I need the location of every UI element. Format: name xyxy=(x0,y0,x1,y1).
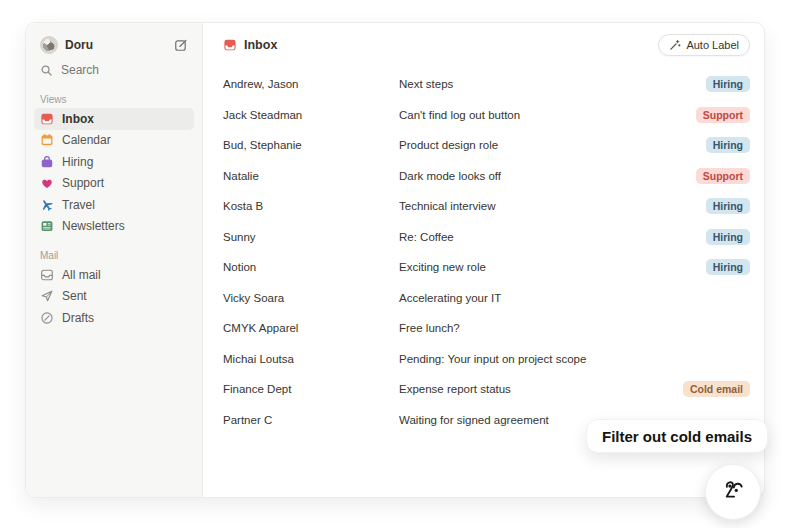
section-label: Mail xyxy=(34,250,194,261)
heart-icon xyxy=(40,176,54,190)
email-sender: Kosta B xyxy=(223,200,399,212)
email-label-badge: Hiring xyxy=(706,198,750,214)
avatar xyxy=(40,36,58,54)
sidebar-item-calendar[interactable]: Calendar xyxy=(34,130,194,152)
auto-label-button[interactable]: Auto Label xyxy=(658,34,750,56)
drafts-icon xyxy=(40,311,54,325)
sidebar-item-label: Travel xyxy=(62,198,95,212)
email-row[interactable]: Vicky SoaraAccelerating your IT xyxy=(203,283,764,314)
email-label-badge: Hiring xyxy=(706,259,750,275)
email-sender: Michai Loutsa xyxy=(223,353,399,365)
search-icon xyxy=(40,64,53,77)
sidebar-item-label: Sent xyxy=(62,289,87,303)
newsletter-icon xyxy=(40,219,54,233)
email-sender: Notion xyxy=(223,261,399,273)
sidebar-item-travel[interactable]: Travel xyxy=(34,194,194,216)
email-label-badge: Hiring xyxy=(706,137,750,153)
email-sender: Partner C xyxy=(223,414,399,426)
email-label-badge: Hiring xyxy=(706,229,750,245)
sidebar-item-drafts[interactable]: Drafts xyxy=(34,307,194,329)
sidebar-item-hiring[interactable]: Hiring xyxy=(34,151,194,173)
email-subject: Exciting new role xyxy=(399,261,706,273)
email-subject: Expense report status xyxy=(399,383,683,395)
briefcase-icon xyxy=(40,155,54,169)
email-row[interactable]: Bud, StephanieProduct design roleHiring xyxy=(203,130,764,161)
email-row[interactable]: NatalieDark mode looks offSupport xyxy=(203,161,764,192)
email-row[interactable]: SunnyRe: CoffeeHiring xyxy=(203,222,764,253)
sidebar-item-label: Support xyxy=(62,176,104,190)
email-sender: Natalie xyxy=(223,170,399,182)
filter-tooltip[interactable]: Filter out cold emails xyxy=(586,419,768,453)
email-row[interactable]: Finance DeptExpense report statusCold em… xyxy=(203,374,764,405)
plane-icon xyxy=(40,198,54,212)
sidebar-item-all-mail[interactable]: All mail xyxy=(34,264,194,286)
email-sender: Sunny xyxy=(223,231,399,243)
email-subject: Can't find log out button xyxy=(399,109,696,121)
sidebar-item-support[interactable]: Support xyxy=(34,173,194,195)
auto-label-label: Auto Label xyxy=(686,39,739,51)
assistant-button[interactable] xyxy=(705,464,761,520)
email-row[interactable]: NotionExciting new roleHiring xyxy=(203,252,764,283)
email-row[interactable]: Andrew, JasonNext stepsHiring xyxy=(203,69,764,100)
email-subject: Dark mode looks off xyxy=(399,170,696,182)
inbox-header: Inbox Auto Label xyxy=(203,23,764,66)
email-sender: Jack Steadman xyxy=(223,109,399,121)
email-label-badge: Cold email xyxy=(683,381,750,397)
sidebar-item-label: Inbox xyxy=(62,112,94,126)
email-subject: Technical interview xyxy=(399,200,706,212)
page-title: Inbox xyxy=(244,38,277,52)
user-menu[interactable]: Doru xyxy=(34,33,194,57)
section-label: Views xyxy=(34,94,194,105)
wand-icon xyxy=(669,39,681,51)
email-subject: Pending: Your input on project scope xyxy=(399,353,750,365)
email-sender: Bud, Stephanie xyxy=(223,139,399,151)
sidebar-item-sent[interactable]: Sent xyxy=(34,286,194,308)
all-mail-icon xyxy=(40,268,54,282)
sidebar-item-label: All mail xyxy=(62,268,101,282)
sidebar-item-label: Hiring xyxy=(62,155,93,169)
email-row[interactable]: Michai LoutsaPending: Your input on proj… xyxy=(203,344,764,375)
sidebar-item-inbox[interactable]: Inbox xyxy=(34,108,194,130)
email-subject: Re: Coffee xyxy=(399,231,706,243)
email-subject: Free lunch? xyxy=(399,322,750,334)
sidebar-item-label: Newsletters xyxy=(62,219,125,233)
sidebar-item-label: Drafts xyxy=(62,311,94,325)
sidebar: Doru Search Views Inbox Calendar Hiring … xyxy=(26,23,203,497)
sidebar-item-label: Calendar xyxy=(62,133,111,147)
calendar-icon xyxy=(40,133,54,147)
search-label: Search xyxy=(61,63,99,77)
sidebar-item-newsletters[interactable]: Newsletters xyxy=(34,216,194,238)
email-subject: Accelerating your IT xyxy=(399,292,750,304)
email-label-badge: Support xyxy=(696,168,750,184)
email-sender: Andrew, Jason xyxy=(223,78,399,90)
email-subject: Product design role xyxy=(399,139,706,151)
email-sender: Vicky Soara xyxy=(223,292,399,304)
email-label-badge: Hiring xyxy=(706,76,750,92)
email-label-badge: Support xyxy=(696,107,750,123)
email-sender: CMYK Apparel xyxy=(223,322,399,334)
email-row[interactable]: Jack SteadmanCan't find log out buttonSu… xyxy=(203,100,764,131)
email-sender: Finance Dept xyxy=(223,383,399,395)
email-row[interactable]: Kosta BTechnical interviewHiring xyxy=(203,191,764,222)
user-name: Doru xyxy=(65,38,167,52)
search-button[interactable]: Search xyxy=(34,59,194,81)
assistant-face-icon xyxy=(718,475,748,509)
inbox-icon xyxy=(40,112,54,126)
inbox-icon xyxy=(223,38,237,52)
email-row[interactable]: CMYK ApparelFree lunch? xyxy=(203,313,764,344)
compose-icon[interactable] xyxy=(174,38,188,52)
email-subject: Next steps xyxy=(399,78,706,90)
sidebar-nav: Views Inbox Calendar Hiring Support Trav… xyxy=(34,81,194,329)
sent-icon xyxy=(40,289,54,303)
